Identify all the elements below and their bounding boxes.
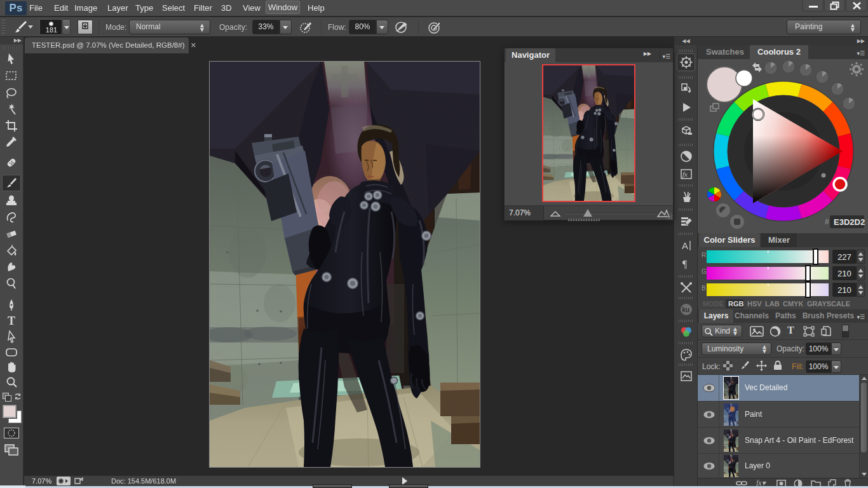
svg-text:CMYK: CMYK [783, 300, 803, 308]
svg-text:GRAYSCALE: GRAYSCALE [807, 300, 850, 308]
svg-text:227: 227 [837, 252, 851, 262]
svg-text:210: 210 [837, 269, 851, 278]
svg-text:G: G [702, 268, 707, 275]
svg-text:210: 210 [837, 285, 851, 295]
svg-text:RGB: RGB [728, 300, 744, 308]
svg-text:HSV: HSV [747, 300, 762, 308]
svg-text:MODE: MODE [703, 300, 724, 308]
svg-text:T: T [8, 315, 15, 327]
svg-text:#: # [825, 217, 829, 226]
svg-text:A: A [682, 240, 688, 251]
svg-text:E3D2D2: E3D2D2 [834, 217, 865, 227]
svg-text:¶: ¶ [682, 259, 688, 269]
svg-text:R: R [702, 252, 706, 259]
svg-text:LAB: LAB [765, 300, 780, 308]
svg-text:ku: ku [682, 306, 690, 313]
svg-text:fx: fx [682, 170, 688, 178]
svg-text:B: B [702, 285, 706, 292]
